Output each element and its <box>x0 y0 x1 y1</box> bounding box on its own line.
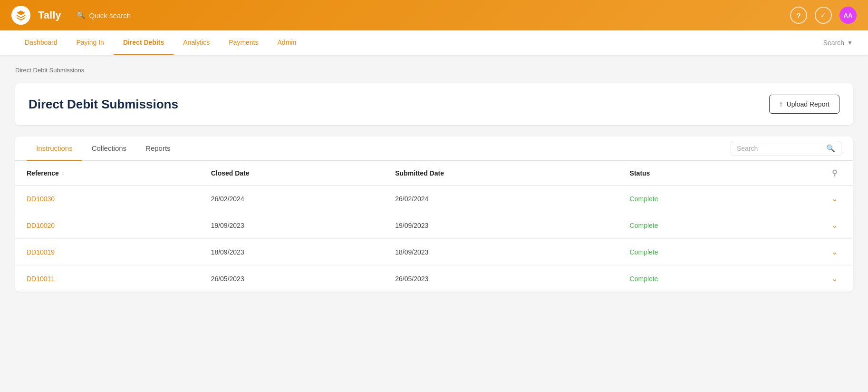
app-title: Tally <box>38 9 61 21</box>
nav-item-direct-debits[interactable]: Direct Debits <box>114 30 174 55</box>
table-body: DD10030 26/02/2024 26/02/2024 Complete ⌄ <box>15 186 853 292</box>
cell-expand: ⌄ <box>786 212 853 239</box>
cell-reference: DD10019 <box>15 239 200 265</box>
upload-report-button[interactable]: ↑ Upload Report <box>769 95 839 114</box>
quick-search[interactable]: 🔍 Quick search <box>77 11 131 20</box>
cell-status: Complete <box>618 265 786 292</box>
cell-status: Complete <box>618 239 786 265</box>
expand-row-button[interactable]: ⌄ <box>831 221 838 230</box>
page-title: Direct Debit Submissions <box>29 97 178 112</box>
top-navigation: Tally 🔍 Quick search ? ✓ AA <box>0 0 868 30</box>
nav-item-dashboard[interactable]: Dashboard <box>15 30 67 55</box>
status-col-label: Status <box>630 169 650 177</box>
reference-link[interactable]: DD10020 <box>27 222 55 229</box>
table-row: DD10011 26/05/2023 26/05/2023 Complete ⌄ <box>15 265 853 292</box>
user-avatar[interactable]: AA <box>839 7 857 24</box>
col-header-reference: Reference ↕ <box>15 161 200 186</box>
cell-reference: DD10020 <box>15 212 200 239</box>
cell-expand: ⌄ <box>786 265 853 292</box>
cell-expand: ⌄ <box>786 186 853 212</box>
submitted-date-col-label: Submitted Date <box>395 169 444 177</box>
feedback-button[interactable]: ✓ <box>815 7 832 24</box>
table-row: DD10030 26/02/2024 26/02/2024 Complete ⌄ <box>15 186 853 212</box>
submissions-table: Reference ↕ Closed Date Submitted Date <box>15 161 853 292</box>
top-nav-right: ? ✓ AA <box>790 7 857 24</box>
cell-closed-date: 18/09/2023 <box>200 239 384 265</box>
nav-item-analytics[interactable]: Analytics <box>174 30 219 55</box>
quick-search-placeholder: Quick search <box>89 11 131 20</box>
app-logo[interactable] <box>11 6 30 25</box>
search-icon: 🔍 <box>77 11 86 20</box>
nav-item-admin[interactable]: Admin <box>268 30 306 55</box>
tabs-row: Instructions Collections Reports 🔍 <box>15 137 853 161</box>
tab-instructions[interactable]: Instructions <box>27 137 82 161</box>
expand-row-button[interactable]: ⌄ <box>831 247 838 256</box>
search-input[interactable] <box>737 145 822 152</box>
expand-row-button[interactable]: ⌄ <box>831 274 838 283</box>
cell-expand: ⌄ <box>786 239 853 265</box>
tab-group: Instructions Collections Reports <box>27 137 180 160</box>
search-icon: 🔍 <box>826 144 835 153</box>
page-content: Direct Debit Submissions Direct Debit Su… <box>0 55 868 303</box>
avatar-initials: AA <box>844 12 853 19</box>
upload-icon: ↑ <box>779 100 783 108</box>
status-badge: Complete <box>630 222 658 229</box>
nav-items: Dashboard Paying In Direct Debits Analyt… <box>15 30 823 55</box>
chevron-down-icon: ▼ <box>847 39 853 46</box>
expand-row-button[interactable]: ⌄ <box>831 194 838 203</box>
cell-closed-date: 19/09/2023 <box>200 212 384 239</box>
closed-date-col-label: Closed Date <box>211 169 250 177</box>
col-header-status: Status <box>618 161 786 186</box>
tab-collections[interactable]: Collections <box>82 137 136 161</box>
col-header-submitted-date: Submitted Date <box>384 161 618 186</box>
table-search[interactable]: 🔍 <box>731 141 841 156</box>
cell-status: Complete <box>618 212 786 239</box>
col-header-closed-date: Closed Date <box>200 161 384 186</box>
page-header-card: Direct Debit Submissions ↑ Upload Report <box>15 83 853 125</box>
cell-submitted-date: 18/09/2023 <box>384 239 618 265</box>
cell-submitted-date: 19/09/2023 <box>384 212 618 239</box>
nav-search-button[interactable]: Search ▼ <box>823 39 853 47</box>
cell-closed-date: 26/02/2024 <box>200 186 384 212</box>
reference-link[interactable]: DD10019 <box>27 248 55 256</box>
table-row: DD10019 18/09/2023 18/09/2023 Complete ⌄ <box>15 239 853 265</box>
upload-report-label: Upload Report <box>787 100 829 108</box>
cell-closed-date: 26/05/2023 <box>200 265 384 292</box>
help-button[interactable]: ? <box>790 7 807 24</box>
nav-item-payments[interactable]: Payments <box>219 30 268 55</box>
table-container: Reference ↕ Closed Date Submitted Date <box>15 161 853 292</box>
tab-reports[interactable]: Reports <box>136 137 180 161</box>
cell-reference: DD10011 <box>15 265 200 292</box>
status-badge: Complete <box>630 248 658 256</box>
reference-link[interactable]: DD10011 <box>27 275 55 283</box>
secondary-navigation: Dashboard Paying In Direct Debits Analyt… <box>0 30 868 55</box>
sort-icon[interactable]: ↕ <box>62 170 65 176</box>
reference-link[interactable]: DD10030 <box>27 195 55 203</box>
breadcrumb: Direct Debit Submissions <box>15 67 853 74</box>
main-card: Instructions Collections Reports 🔍 Refer… <box>15 137 853 292</box>
nav-search-label: Search <box>823 39 844 47</box>
cell-submitted-date: 26/05/2023 <box>384 265 618 292</box>
cell-reference: DD10030 <box>15 186 200 212</box>
nav-item-paying-in[interactable]: Paying In <box>67 30 114 55</box>
filter-icon[interactable]: ⚲ <box>832 169 838 177</box>
checkmark-icon: ✓ <box>820 11 826 19</box>
col-header-filter: ⚲ <box>786 161 853 186</box>
table-header-row: Reference ↕ Closed Date Submitted Date <box>15 161 853 186</box>
status-badge: Complete <box>630 195 658 203</box>
table-row: DD10020 19/09/2023 19/09/2023 Complete ⌄ <box>15 212 853 239</box>
cell-submitted-date: 26/02/2024 <box>384 186 618 212</box>
status-badge: Complete <box>630 275 658 283</box>
help-icon: ? <box>796 11 800 20</box>
reference-col-label: Reference <box>27 169 59 177</box>
cell-status: Complete <box>618 186 786 212</box>
